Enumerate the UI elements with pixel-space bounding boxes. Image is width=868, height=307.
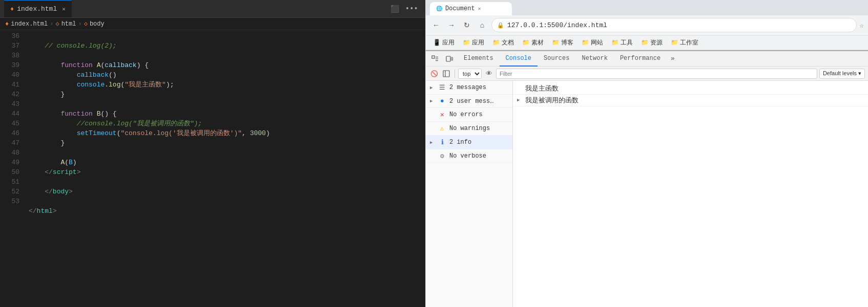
tab-performance[interactable]: Performance [614,51,667,67]
breadcrumb-html[interactable]: ◇ html [55,20,76,28]
context-select[interactable]: top [458,69,482,79]
bookmarks-toolbar: 📱 应用 📁 应用 📁 文档 📁 素材 📁 博客 📁 网站 📁 工具 📁 [426,36,868,50]
bookmark-star-icon[interactable]: ☆ [860,21,864,30]
split-editor-button[interactable]: ⬛ [387,5,402,13]
console-line-1: 我是主函数 [513,83,868,95]
breadcrumb-body[interactable]: ◇ body [84,20,105,28]
errors-label: No errors [449,111,508,118]
editor-tab-label: index.html [17,5,57,13]
device-toolbar-button[interactable] [443,53,456,65]
tab-elements[interactable]: Elements [458,51,500,67]
tab-sources[interactable]: Sources [538,51,575,67]
tab-console[interactable]: Console [500,51,538,67]
bookmark-tools[interactable]: 📁 工具 [608,37,636,48]
body-tag-icon: ◇ [84,20,88,28]
breadcrumb-file[interactable]: ♦ index.html [5,20,48,28]
line-numbers: 36 37 38 39 40 41 42 43 44 45 46 47 48 4… [0,30,24,307]
browser-tab-close-icon[interactable]: ✕ [478,6,481,12]
tools-icon: 📁 [611,39,619,47]
tab-network[interactable]: Network [575,51,613,67]
show-console-sidebar-button[interactable] [441,69,451,79]
breadcrumb-bar: ♦ index.html › ◇ html › ◇ body [0,18,425,30]
bookmark-apps1[interactable]: 📱 应用 [430,37,458,48]
svg-rect-6 [443,71,449,77]
bookmark-resources[interactable]: 📁 资源 [638,37,666,48]
forward-button[interactable]: → [445,19,458,31]
expand-tri-2[interactable]: ▶ [517,97,522,102]
console-toolbar: 🚫 top 👁 Default levels ▾ [426,67,868,81]
console-output: 我是主函数 ▶ 我是被调用的函数 [513,81,868,307]
studio-icon: 📁 [671,39,678,47]
filter-input[interactable] [496,69,817,79]
console-split: ▶ ☰ 2 messages ▶ ● 2 user mess… ✕ No err… [426,81,868,307]
home-button[interactable]: ⌂ [476,19,488,31]
more-actions-button[interactable]: ••• [402,5,421,13]
bookmark-resources-label: 资源 [650,38,663,47]
sidebar-errors[interactable]: ✕ No errors [426,108,512,122]
inspect-element-button[interactable] [429,53,441,65]
breadcrumb-filename: index.html [11,20,48,28]
bookmark-materials[interactable]: 📁 素材 [519,37,547,48]
live-expressions-button[interactable]: 👁 [484,69,494,79]
browser-tab[interactable]: 🌐 Document ✕ [430,2,512,15]
browser-nav-row: ← → ↻ ⌂ 🔒 127.0.0.1:5500/index.html ☆ [426,15,868,35]
errors-icon: ✕ [438,111,446,119]
bookmark-blog-label: 博客 [561,38,573,47]
bookmark-studio-label: 工作室 [680,38,698,47]
sidebar-info[interactable]: ▶ ℹ 2 info [426,136,512,149]
bookmark-apps1-label: 应用 [442,38,454,47]
url-text: 127.0.0.1:5500/index.html [507,21,851,29]
reload-button[interactable]: ↻ [461,19,473,31]
bookmark-blog[interactable]: 📁 博客 [549,37,576,48]
materials-icon: 📁 [522,39,530,47]
sidebar-warnings[interactable]: ⚠ No warnings [426,122,512,136]
clear-console-button[interactable]: 🚫 [429,69,439,79]
browser-tab-label: Document [445,5,475,12]
verbose-icon: ⚙ [438,152,446,160]
editor-tab-index-html[interactable]: ♦ index.html ✕ [4,0,72,17]
default-levels-button[interactable]: Default levels ▾ [819,69,865,79]
bookmark-docs-label: 文档 [502,38,514,47]
user-messages-icon: ● [438,97,446,105]
bookmark-website[interactable]: 📁 网站 [578,37,606,48]
bookmark-apps2-label: 应用 [472,38,484,47]
bookmark-docs[interactable]: 📁 文档 [489,37,517,48]
svg-rect-0 [432,56,435,58]
expand-arrow-messages: ▶ [430,85,435,91]
warnings-icon: ⚠ [438,124,446,133]
devtools-top-bar: Elements Console Sources Network Perform… [426,51,868,67]
tab-favicon: 🌐 [436,6,442,12]
resources-icon: 📁 [641,39,649,47]
code-content[interactable]: // console.log(2); function A(callback) … [24,30,425,307]
code-area: 36 37 38 39 40 41 42 43 44 45 46 47 48 4… [0,30,425,307]
verbose-label: No verbose [449,152,508,160]
address-bar[interactable]: 🔒 127.0.0.1:5500/index.html [491,18,857,32]
bookmark-studio[interactable]: 📁 工作室 [668,37,701,48]
sidebar-messages[interactable]: ▶ ☰ 2 messages [426,81,512,95]
svg-rect-4 [446,56,450,61]
docs-icon: 📁 [492,39,500,47]
back-button[interactable]: ← [430,19,442,31]
tab-close-icon[interactable]: ✕ [62,6,66,12]
sidebar-user-messages[interactable]: ▶ ● 2 user mess… [426,95,512,108]
html-tag-icon: ◇ [55,20,59,28]
website-icon: 📁 [582,39,589,47]
breadcrumb-body-label: body [90,20,105,28]
browser-tabs-row: 🌐 Document ✕ [426,0,868,15]
warnings-label: No warnings [449,125,508,132]
sidebar-verbose[interactable]: ⚙ No verbose [426,149,512,163]
more-tabs-button[interactable]: » [667,55,679,62]
bookmark-tools-label: 工具 [621,38,633,47]
toolbar-divider [454,70,455,78]
browser-pane: 🌐 Document ✕ ← → ↻ ⌂ 🔒 127.0.0.1:5500/in… [425,0,868,307]
html-icon: ♦ [5,20,9,28]
apps1-icon: 📱 [433,39,441,47]
svg-rect-5 [451,57,453,60]
messages-label: 2 messages [449,84,508,91]
blog-icon: 📁 [552,39,560,47]
bookmark-website-label: 网站 [591,38,603,47]
breadcrumb-sep-2: › [78,20,81,28]
console-line-2: ▶ 我是被调用的函数 [513,95,868,106]
secure-icon: 🔒 [497,22,504,29]
bookmark-apps2[interactable]: 📁 应用 [460,37,487,48]
